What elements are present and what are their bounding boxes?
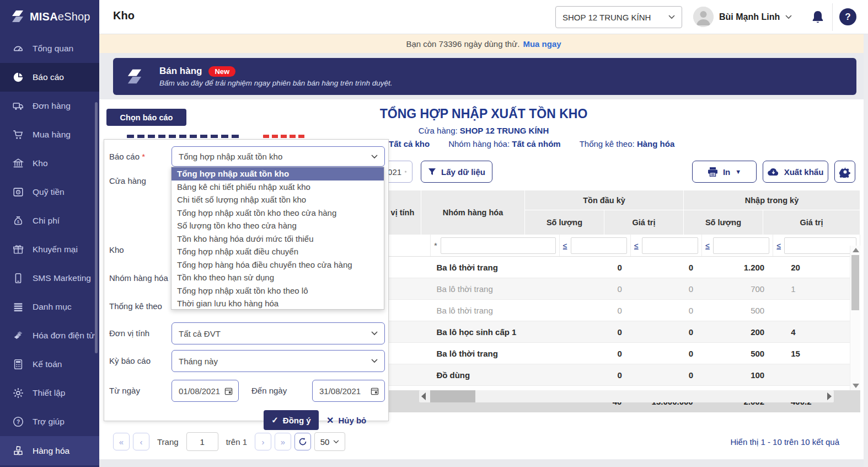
report-type-value: Tổng hợp nhập xuất tồn kho [179, 152, 371, 161]
next-page-button[interactable]: › [255, 433, 271, 450]
filter-input[interactable] [571, 237, 628, 254]
sidebar-item-mua-h-ng[interactable]: Mua hàng [0, 120, 99, 149]
sidebar-item-label: Đơn hàng [33, 101, 71, 111]
filter-operator[interactable]: ≤ [776, 241, 781, 250]
column-header-unit[interactable]: vị tính [384, 190, 421, 235]
dropdown-option[interactable]: Tổng hợp nhập xuất tồn kho theo lô [172, 284, 384, 298]
get-data-button[interactable]: Lấy dữ liệu [421, 161, 492, 183]
column-header-group[interactable]: Nhóm hàng hóa [421, 190, 525, 235]
cell-inbound-qty: 700 [701, 284, 772, 294]
user-menu[interactable]: Bùi Mạnh Linh [693, 7, 792, 27]
confirm-button[interactable]: ✓ Đồng ý [264, 410, 319, 430]
refresh-button[interactable] [294, 433, 311, 450]
printer-icon [708, 167, 718, 177]
table-row[interactable]: Ba lô thời trang007001 [384, 278, 860, 300]
sidebar-item-kho[interactable]: Kho [0, 149, 99, 178]
scrollbar-thumb[interactable] [430, 390, 475, 402]
column-header-qty[interactable]: Số lượng [684, 210, 763, 235]
table-filter-row: *≤≤≤≤ [384, 235, 860, 257]
dropdown-option[interactable]: Chi tiết số lượng nhập xuất tồn kho [172, 193, 384, 206]
sidebar-item-h-a-n-i-n-t-[interactable]: Hóa đơn điện tử [0, 321, 99, 350]
period-select[interactable]: Tháng này [172, 350, 385, 372]
scroll-up-icon[interactable] [853, 248, 859, 252]
shop-selector[interactable]: SHOP 12 TRUNG KÍNH [555, 6, 682, 28]
cell-opening-qty: 0 [559, 370, 630, 380]
column-header-value[interactable]: Giá trị [763, 210, 860, 235]
sidebar-item-thi-t-l-p[interactable]: Thiết lập [0, 379, 99, 407]
scrollbar-thumb[interactable] [851, 255, 859, 310]
promo-banner[interactable]: Bán hàng New Bấm vào đây để trải nghiệm … [113, 58, 856, 95]
export-button[interactable]: Xuất khẩu [763, 161, 828, 183]
page-size-select[interactable]: 50 [314, 432, 345, 451]
print-button[interactable]: In ▼ [692, 161, 757, 183]
page-scrollbar[interactable] [864, 34, 868, 467]
column-header-qty[interactable]: Số lượng [525, 210, 604, 235]
dropdown-option[interactable]: Tổng hợp nhập xuất tồn kho [172, 167, 384, 181]
filter-operator[interactable]: ≤ [705, 241, 710, 250]
table-row[interactable]: Ba lô thời trang001.20020 [384, 257, 860, 278]
filter-operator[interactable]: ≤ [634, 241, 639, 250]
group-field-label: Nhóm hàng hóa [109, 273, 168, 283]
filter-input[interactable] [441, 237, 556, 254]
dropdown-option[interactable]: Thời gian lưu kho hàng hóa [172, 297, 384, 310]
table-row[interactable]: Ba lô học sinh cấp 1002004 [384, 321, 860, 343]
table-row[interactable]: Ba lô thời trang0050015 [384, 343, 860, 364]
table-row[interactable]: Vali kéo4013.000.0002 [384, 386, 860, 390]
to-date-input[interactable]: 31/08/2021 [312, 380, 385, 402]
dropdown-option[interactable]: Tồn kho hàng hóa dưới mức tối thiểu [172, 232, 384, 246]
sidebar-item-k-to-n[interactable]: Kế toán [0, 350, 99, 379]
vertical-scrollbar[interactable] [850, 246, 860, 390]
page-number-input[interactable]: 1 [186, 432, 218, 451]
money-bag-icon: $ [12, 215, 24, 227]
filter-input[interactable] [642, 237, 699, 254]
page-of-label: trên 1 [226, 437, 247, 447]
scroll-right-icon[interactable] [827, 392, 832, 400]
sidebar-item-qu-ti-n[interactable]: Quỹ tiền [0, 178, 99, 206]
dropdown-option[interactable]: Tổng hợp hàng hóa điều chuyển theo cửa h… [172, 258, 384, 272]
horizontal-scrollbar[interactable] [419, 390, 834, 402]
calendar-icon [405, 167, 406, 176]
clipped-table-row: Vali kéo4013.000.0002 [384, 386, 860, 390]
sidebar-item-tr-gi-p[interactable]: ?Trợ giúp [0, 407, 99, 436]
scroll-down-icon[interactable] [853, 384, 859, 388]
first-page-button[interactable]: « [113, 433, 130, 450]
filter-operator[interactable]: * [434, 241, 437, 250]
buy-now-link[interactable]: Mua ngay [523, 39, 561, 49]
from-date-input[interactable]: 01/08/2021 [172, 380, 239, 402]
filter-cell: ≤ [773, 235, 860, 256]
sidebar-item-sms-marketing[interactable]: SMS Marketing [0, 264, 99, 293]
unit-select[interactable]: Tất cả ĐVT [172, 322, 385, 344]
notifications-bell-icon[interactable] [810, 9, 826, 25]
dropdown-option[interactable]: Tồn kho theo hạn sử dụng [172, 271, 384, 284]
sidebar-item-khuy-n-m-i[interactable]: Khuyến mại [0, 235, 99, 264]
choose-report-button[interactable]: Chọn báo cáo [106, 109, 186, 126]
print-dropdown-caret-icon[interactable]: ▼ [735, 168, 741, 175]
table-row[interactable]: Đồ dùng00100 [384, 364, 860, 386]
sidebar-item-t-ng-quan[interactable]: Tổng quan [0, 34, 99, 63]
sidebar-item--n-h-ng[interactable]: Đơn hàng [0, 92, 99, 120]
dropdown-option[interactable]: Tổng hợp nhập xuất tồn kho theo cửa hàng [172, 206, 384, 220]
table-row[interactable]: Ba lô thời trang00500 [384, 300, 860, 321]
dropdown-option[interactable]: Tổng hợp nhập xuất điều chuyển [172, 245, 384, 258]
last-page-button[interactable]: » [275, 433, 291, 450]
column-group-header[interactable]: Tồn đầu kỳ [525, 190, 684, 210]
sidebar-item-b-o-c-o[interactable]: Báo cáo [0, 63, 99, 92]
cancel-button[interactable]: ✕ Hủy bỏ [326, 410, 366, 430]
app-logo[interactable]: MISAeShop [0, 0, 99, 32]
filter-input[interactable] [784, 237, 856, 254]
sidebar-scrollbar[interactable] [95, 102, 98, 353]
table-settings-button[interactable] [834, 161, 855, 183]
dropdown-option[interactable]: Bảng kê chi tiết phiếu nhập xuất kho [172, 181, 384, 194]
prev-page-button[interactable]: ‹ [133, 433, 149, 450]
sidebar-item-chi-ph-[interactable]: $Chi phí [0, 206, 99, 235]
sidebar-item-h-ng-h-a[interactable]: Hàng hóa [0, 436, 99, 465]
report-type-select[interactable]: Tổng hợp nhập xuất tồn kho [172, 146, 385, 167]
sidebar-item-danh-m-c[interactable]: Danh mục [0, 293, 99, 321]
filter-input[interactable] [713, 237, 770, 254]
dropdown-option[interactable]: Số lượng tồn kho theo cửa hàng [172, 219, 384, 232]
column-group-header[interactable]: Nhập trong kỳ [684, 190, 860, 210]
column-header-value[interactable]: Giá trị [604, 210, 684, 235]
filter-operator[interactable]: ≤ [563, 241, 567, 250]
scroll-left-icon[interactable] [421, 392, 426, 400]
help-button[interactable]: ? [839, 8, 856, 25]
